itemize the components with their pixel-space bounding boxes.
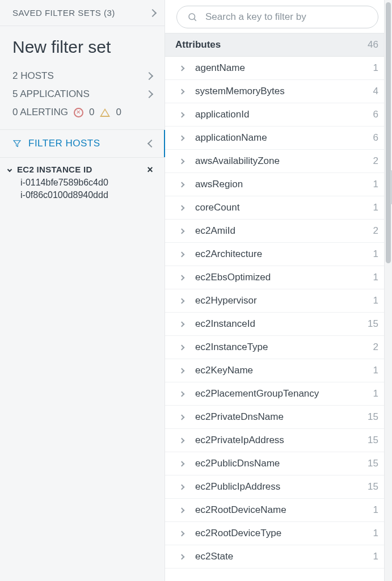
attribute-label: ec2State xyxy=(195,551,373,562)
filter-group-title: EC2 INSTANCE ID xyxy=(17,165,92,174)
close-icon[interactable]: × xyxy=(147,165,153,175)
attribute-row[interactable]: ec2InstanceType2 xyxy=(165,336,392,359)
attribute-count: 6 xyxy=(373,132,378,144)
attribute-row[interactable]: ec2PublicIpAddress15 xyxy=(165,475,392,499)
chevron-right-icon xyxy=(179,507,185,513)
chevron-right-icon xyxy=(179,135,185,141)
chevron-right-icon xyxy=(179,554,185,559)
chevron-right-icon xyxy=(179,484,185,490)
attribute-label: ec2KeyName xyxy=(195,365,373,376)
attribute-row[interactable]: ec2PlacementGroupTenancy1 xyxy=(165,382,392,406)
chevron-right-icon xyxy=(179,344,185,350)
attribute-row[interactable]: ec2PublicDnsName15 xyxy=(165,452,392,475)
filter-group-header[interactable]: EC2 INSTANCE ID × xyxy=(8,165,155,174)
left-sidebar: SAVED FILTER SETS (3) New filter set 2 H… xyxy=(0,0,165,581)
attribute-count: 15 xyxy=(368,458,378,469)
chevron-right-icon xyxy=(179,391,185,397)
svg-point-0 xyxy=(189,14,195,20)
scrollbar-thumb[interactable] xyxy=(386,2,391,263)
chevron-right-icon xyxy=(179,112,185,117)
attribute-row[interactable]: ec2PrivateDnsName15 xyxy=(165,406,392,429)
attributes-section-title: Attributes xyxy=(175,39,221,50)
attribute-row[interactable]: systemMemoryBytes4 xyxy=(165,80,392,103)
attribute-count: 1 xyxy=(373,388,378,399)
attribute-label: awsRegion xyxy=(195,179,373,190)
attribute-row[interactable]: ec2AmiId2 xyxy=(165,220,392,243)
applications-summary-row[interactable]: 5 APPLICATIONS xyxy=(12,85,152,103)
attribute-row[interactable]: ec2RootDeviceName1 xyxy=(165,499,392,522)
attribute-count: 1 xyxy=(373,504,378,516)
attribute-label: ec2InstanceType xyxy=(195,342,373,353)
attribute-row[interactable]: ec2PrivateIpAddress15 xyxy=(165,429,392,452)
attribute-row[interactable]: ec2Architecture1 xyxy=(165,243,392,266)
chevron-right-icon xyxy=(179,205,185,210)
attribute-count: 1 xyxy=(373,62,378,74)
attribute-count: 15 xyxy=(368,481,378,492)
alerting-label: 0 ALERTING xyxy=(12,107,68,118)
attributes-list: agentName1systemMemoryBytes4applicationI… xyxy=(165,57,392,581)
alert-error-count: 0 xyxy=(89,107,94,118)
search-icon xyxy=(187,12,197,22)
chevron-right-icon xyxy=(179,158,185,164)
filter-hosts-bar[interactable]: FILTER HOSTS xyxy=(0,130,165,158)
attribute-row[interactable]: ec2RootDeviceType1 xyxy=(165,522,392,545)
search-field[interactable] xyxy=(176,6,378,28)
filter-value[interactable]: i-0114bfe7589b6c4d0 xyxy=(20,176,155,189)
attribute-label: ec2PrivateDnsName xyxy=(195,411,368,423)
chevron-right-icon xyxy=(179,89,185,94)
attribute-label: ec2EbsOptimized xyxy=(195,272,373,283)
attribute-row[interactable]: ec2EbsOptimized1 xyxy=(165,266,392,289)
attribute-count: 1 xyxy=(373,179,378,190)
chevron-right-icon xyxy=(179,251,185,257)
funnel-icon xyxy=(12,139,22,148)
chevron-right-icon xyxy=(145,90,153,98)
chevron-right-icon xyxy=(149,9,157,16)
hosts-summary-row[interactable]: 2 HOSTS xyxy=(12,67,152,85)
attribute-label: ec2Architecture xyxy=(195,249,373,260)
attribute-label: applicationName xyxy=(195,132,373,144)
chevron-right-icon xyxy=(179,368,185,373)
attribute-row[interactable]: awsRegion1 xyxy=(165,173,392,196)
attribute-count: 4 xyxy=(373,86,378,97)
chevron-right-icon xyxy=(179,414,185,420)
attribute-count: 1 xyxy=(373,551,378,562)
search-input[interactable] xyxy=(204,11,368,23)
attribute-row[interactable]: ec2Hypervisor1 xyxy=(165,289,392,313)
attribute-row[interactable]: ec2InstanceId15 xyxy=(165,313,392,336)
chevron-right-icon xyxy=(179,298,185,304)
attribute-label: ec2Hypervisor xyxy=(195,295,373,306)
chevron-right-icon xyxy=(179,321,185,327)
attribute-row[interactable]: ec2KeyName1 xyxy=(165,359,392,382)
attribute-label: ec2PublicDnsName xyxy=(195,458,368,469)
attribute-row[interactable]: ec2State1 xyxy=(165,545,392,569)
attribute-count: 1 xyxy=(373,202,378,213)
attribute-count: 2 xyxy=(373,155,378,167)
attribute-count: 15 xyxy=(368,411,378,423)
attribute-label: systemMemoryBytes xyxy=(195,86,373,97)
scrollbar-track[interactable] xyxy=(384,0,392,581)
saved-filter-sets-row[interactable]: SAVED FILTER SETS (3) xyxy=(0,0,165,26)
attributes-section-count: 46 xyxy=(368,39,378,50)
chevron-right-icon xyxy=(179,275,185,280)
warning-triangle-icon xyxy=(100,108,110,117)
attribute-row[interactable]: awsAvailabilityZone2 xyxy=(165,150,392,173)
hosts-count-label: 2 HOSTS xyxy=(12,70,54,82)
filter-value[interactable]: i-0f86c0100d8940ddd xyxy=(20,189,155,201)
attribute-label: ec2InstanceId xyxy=(195,318,368,330)
attribute-count: 15 xyxy=(368,435,378,446)
error-circle-icon: ✕ xyxy=(74,108,83,117)
attribute-count: 1 xyxy=(373,528,378,539)
attribute-row[interactable]: coreCount1 xyxy=(165,196,392,220)
attribute-label: applicationId xyxy=(195,109,373,120)
attribute-count: 2 xyxy=(373,342,378,353)
chevron-right-icon xyxy=(179,228,185,234)
chevron-right-icon xyxy=(179,461,185,466)
filter-group-ec2-instance-id: EC2 INSTANCE ID × i-0114bfe7589b6c4d0 i-… xyxy=(0,158,165,208)
chevron-down-icon xyxy=(7,167,12,171)
attribute-row[interactable]: applicationName6 xyxy=(165,127,392,150)
attribute-label: awsAvailabilityZone xyxy=(195,155,373,167)
attribute-row[interactable]: agentName1 xyxy=(165,57,392,80)
attribute-row[interactable]: applicationId6 xyxy=(165,103,392,127)
chevron-right-icon xyxy=(179,65,185,71)
attribute-label: ec2PlacementGroupTenancy xyxy=(195,388,373,399)
